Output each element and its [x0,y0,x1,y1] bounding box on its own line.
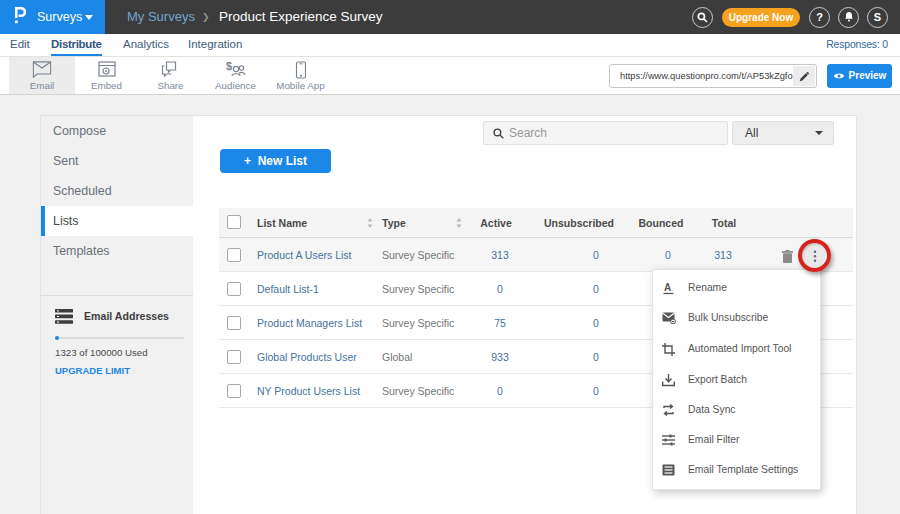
svg-text:A: A [664,282,671,293]
svg-text:$: $ [226,61,232,72]
